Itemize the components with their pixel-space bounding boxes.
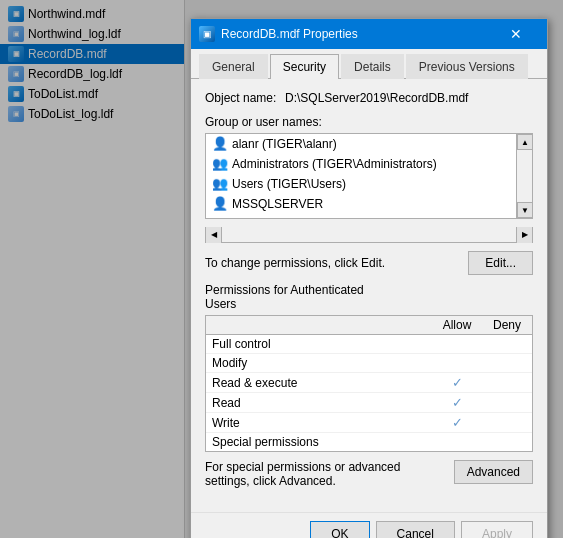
perm-row-special: Special permissions (206, 433, 532, 451)
perm-allow-check: ✓ (432, 393, 482, 412)
perm-deny-check (482, 381, 532, 385)
perm-allow-check (432, 361, 482, 365)
horizontal-scrollbar[interactable]: ◀ ▶ (205, 227, 533, 243)
cancel-button[interactable]: Cancel (376, 521, 455, 538)
perm-name: Special permissions (206, 433, 432, 451)
properties-dialog: ▣ RecordDB.mdf Properties ✕ General Secu… (190, 18, 548, 538)
tab-details[interactable]: Details (341, 54, 404, 79)
permissions-table: Allow Deny Full control Modify Read & ex… (205, 315, 533, 452)
perm-allow-check: ✓ (432, 413, 482, 432)
perm-name: Full control (206, 335, 432, 353)
perm-deny-check (482, 421, 532, 425)
perm-name: Read (206, 394, 432, 412)
user-name: alanr (TIGER\alanr) (232, 137, 337, 151)
perm-row-write: Write ✓ (206, 413, 532, 433)
perm-deny-check (482, 361, 532, 365)
apply-button[interactable]: Apply (461, 521, 533, 538)
permissions-section-label: Permissions for Authenticated Users (205, 283, 533, 311)
scroll-down-button[interactable]: ▼ (517, 202, 533, 218)
tab-previous-versions[interactable]: Previous Versions (406, 54, 528, 79)
tab-general[interactable]: General (199, 54, 268, 79)
title-bar: ▣ RecordDB.mdf Properties ✕ (191, 19, 547, 49)
user-icon: 👥 (212, 156, 228, 172)
title-bar-left: ▣ RecordDB.mdf Properties (199, 26, 358, 42)
change-permissions-text: To change permissions, click Edit. (205, 256, 385, 270)
permissions-header: Allow Deny (206, 316, 532, 335)
perm-allow-check: ✓ (432, 373, 482, 392)
user-icon: 👥 (212, 176, 228, 192)
advanced-button[interactable]: Advanced (454, 460, 533, 484)
perm-deny-check (482, 342, 532, 346)
dialog-title: RecordDB.mdf Properties (221, 27, 358, 41)
group-label: Group or user names: (205, 115, 533, 129)
perm-row-full-control: Full control (206, 335, 532, 354)
object-name-row: Object name: D:\SQLServer2019\RecordDB.m… (205, 91, 533, 105)
scroll-left-button[interactable]: ◀ (206, 227, 222, 243)
vertical-scrollbar[interactable]: ▲ ▼ (516, 134, 532, 218)
user-icon: 👤 (212, 196, 228, 212)
user-name: MSSQLSERVER (232, 197, 323, 211)
user-item-users[interactable]: 👥 Users (TIGER\Users) (206, 174, 532, 194)
user-name: Administrators (TIGER\Administrators) (232, 157, 437, 171)
close-button[interactable]: ✕ (493, 24, 539, 44)
tab-security[interactable]: Security (270, 54, 339, 79)
perm-name-header (206, 316, 432, 334)
perm-name: Read & execute (206, 374, 432, 392)
dialog-content: Object name: D:\SQLServer2019\RecordDB.m… (191, 79, 547, 512)
advanced-text: For special permissions or advanced sett… (205, 460, 446, 488)
user-item-alanr[interactable]: 👤 alanr (TIGER\alanr) (206, 134, 532, 154)
object-name-value: D:\SQLServer2019\RecordDB.mdf (285, 91, 468, 105)
users-list: 👤 alanr (TIGER\alanr) 👥 Administrators (… (206, 134, 532, 218)
scroll-up-button[interactable]: ▲ (517, 134, 533, 150)
ok-button[interactable]: OK (310, 521, 369, 538)
perm-allow-header: Allow (432, 316, 482, 334)
change-permissions-row: To change permissions, click Edit. Edit.… (205, 251, 533, 275)
users-listbox[interactable]: 👤 alanr (TIGER\alanr) 👥 Administrators (… (205, 133, 533, 219)
dialog-footer: OK Cancel Apply (191, 512, 547, 538)
perm-name: Modify (206, 354, 432, 372)
dialog-icon: ▣ (199, 26, 215, 42)
user-item-mssqlserver[interactable]: 👤 MSSQLSERVER (206, 194, 532, 214)
perm-allow-check (432, 440, 482, 444)
tab-bar: General Security Details Previous Versio… (191, 49, 547, 79)
scroll-right-button[interactable]: ▶ (516, 227, 532, 243)
perm-allow-check (432, 342, 482, 346)
object-name-label: Object name: (205, 91, 285, 105)
perm-row-read: Read ✓ (206, 393, 532, 413)
edit-button[interactable]: Edit... (468, 251, 533, 275)
scroll-track (517, 150, 532, 202)
perm-row-modify: Modify (206, 354, 532, 373)
advanced-row: For special permissions or advanced sett… (205, 460, 533, 488)
user-icon: 👤 (212, 136, 228, 152)
perm-deny-check (482, 401, 532, 405)
perm-deny-check (482, 440, 532, 444)
perm-row-read-execute: Read & execute ✓ (206, 373, 532, 393)
user-name: Users (TIGER\Users) (232, 177, 346, 191)
perm-name: Write (206, 414, 432, 432)
perm-deny-header: Deny (482, 316, 532, 334)
desktop: ▣ Northwind.mdf ▣ Northwind_log.ldf ▣ Re… (0, 0, 563, 538)
user-item-administrators[interactable]: 👥 Administrators (TIGER\Administrators) (206, 154, 532, 174)
